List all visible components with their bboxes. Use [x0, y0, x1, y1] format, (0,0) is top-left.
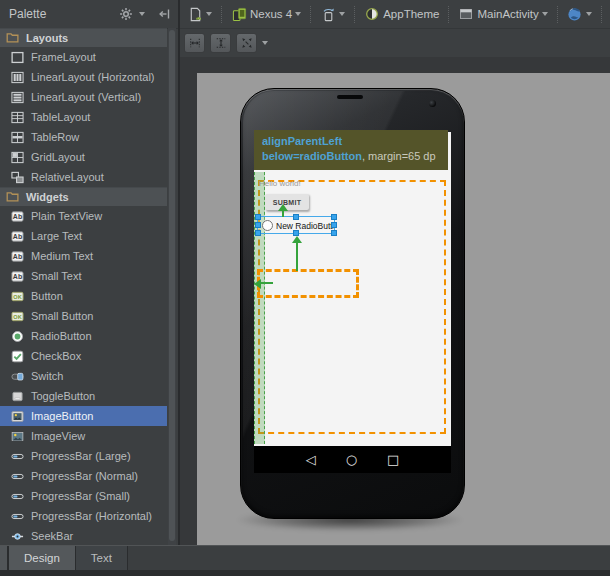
switch-icon — [10, 369, 25, 384]
resize-handle[interactable] — [255, 222, 261, 228]
palette-item-label: TableRow — [31, 131, 79, 143]
relativelayout-icon — [10, 170, 25, 185]
palette-item-label: CheckBox — [31, 350, 81, 362]
palette-item-imageview[interactable]: ImageView — [0, 426, 167, 446]
tooltip-line1: alignParentLeft — [262, 134, 440, 149]
resize-handle[interactable] — [331, 222, 337, 228]
palette-item-linearlayout-vertical[interactable]: LinearLayout (Vertical) — [0, 87, 167, 107]
section-label: Layouts — [26, 32, 68, 44]
palette-item-label: ToggleButton — [31, 390, 95, 402]
palette-item-framelayout[interactable]: FrameLayout — [0, 47, 167, 67]
tab-strip-stub — [0, 546, 9, 570]
palette-item-imagebutton[interactable]: ImageButton — [0, 406, 167, 426]
constraint-arrow-line — [282, 210, 284, 217]
tab-text-label: Text — [91, 552, 112, 564]
footer-strip — [0, 570, 610, 576]
radiobutton-selection[interactable]: New RadioButton — [257, 216, 335, 234]
chevron-down-icon — [339, 12, 345, 16]
palette-item-seekbar[interactable]: SeekBar — [0, 526, 167, 545]
palette-item-label: Small Button — [31, 310, 93, 322]
zoom-to-fit-button[interactable] — [236, 33, 257, 53]
palette-item-small-button[interactable]: OKSmall Button — [0, 306, 167, 326]
palette-item-togglebutton[interactable]: ToggleButton — [0, 386, 167, 406]
palette-item-progressbar-horizontal[interactable]: ProgressBar (Horizontal) — [0, 506, 167, 526]
palette-item-gridlayout[interactable]: GridLayout — [0, 147, 167, 167]
palette-item-small-text[interactable]: AbSmall Text — [0, 266, 167, 286]
svg-text:Ab: Ab — [13, 273, 22, 280]
speaker-slot — [337, 95, 363, 99]
palette-panel: Palette LayoutsFrameLayoutLinearLayout (… — [0, 0, 180, 545]
device-screen[interactable]: Hello world! SUBMIT New RadioButton — [254, 132, 451, 446]
palette-item-checkbox[interactable]: CheckBox — [0, 346, 167, 366]
palette-item-tablelayout[interactable]: TableLayout — [0, 107, 167, 127]
back-button-icon: ◁ — [306, 453, 316, 466]
resize-handle[interactable] — [255, 214, 261, 220]
chevron-down-icon — [542, 12, 548, 16]
palette-item-label: Medium Text — [31, 250, 93, 262]
minimize-panel-icon[interactable] — [156, 6, 172, 22]
chevron-down-icon — [206, 12, 212, 16]
gear-icon[interactable] — [118, 6, 134, 22]
zoom-fit-height-button[interactable] — [210, 33, 231, 53]
button-icon: OK — [10, 309, 25, 324]
palette-item-large-text[interactable]: AbLarge Text — [0, 226, 167, 246]
scrollbar-thumb[interactable] — [169, 30, 175, 541]
text-icon: Ab — [10, 269, 25, 284]
palette-item-label: ProgressBar (Horizontal) — [31, 510, 152, 522]
palette-item-medium-text[interactable]: AbMedium Text — [0, 246, 167, 266]
imageview-icon — [10, 429, 25, 444]
palette-item-progressbar-small[interactable]: ProgressBar (Small) — [0, 486, 167, 506]
folder-icon — [6, 190, 20, 204]
globe-icon — [567, 6, 583, 22]
activity-label: MainActivity — [477, 8, 538, 20]
seekbar-icon — [10, 529, 25, 544]
button-icon: OK — [10, 289, 25, 304]
palette-section-widgets[interactable]: Widgets — [0, 187, 167, 206]
palette-item-label: ImageView — [31, 430, 85, 442]
chevron-down-icon[interactable] — [139, 12, 145, 16]
rotate-device-icon — [320, 6, 336, 22]
orientation-selector[interactable] — [317, 4, 348, 24]
radiobutton-label: New RadioButton — [276, 221, 334, 231]
palette-item-label: RelativeLayout — [31, 171, 104, 183]
progressbar-icon — [10, 449, 25, 464]
palette-item-plain-textview[interactable]: AbPlain TextView — [0, 206, 167, 226]
palette-item-label: ProgressBar (Small) — [31, 490, 130, 502]
palette-item-button[interactable]: OKButton — [0, 286, 167, 306]
palette-item-progressbar-normal[interactable]: ProgressBar (Normal) — [0, 466, 167, 486]
palette-section-layouts[interactable]: Layouts — [0, 28, 167, 47]
device-selector[interactable]: Nexus 4 — [228, 4, 304, 24]
tab-text[interactable]: Text — [76, 546, 128, 570]
designer-toolbar: Nexus 4 AppTheme — [180, 0, 610, 29]
palette-item-label: ProgressBar (Normal) — [31, 470, 138, 482]
palette-item-progressbar-large[interactable]: ProgressBar (Large) — [0, 446, 167, 466]
textview-hello-world[interactable]: Hello world! — [259, 179, 301, 188]
palette-item-tablerow[interactable]: TableRow — [0, 127, 167, 147]
palette-item-label: SeekBar — [31, 530, 73, 542]
palette-item-relativelayout[interactable]: RelativeLayout — [0, 167, 167, 187]
activity-window-icon — [458, 6, 474, 22]
tab-design[interactable]: Design — [9, 546, 76, 570]
palette-item-radiobutton[interactable]: RadioButton — [0, 326, 167, 346]
theme-selector[interactable]: AppTheme — [361, 4, 442, 24]
resize-handle[interactable] — [293, 214, 299, 220]
theme-label: AppTheme — [383, 8, 439, 20]
resize-handle[interactable] — [255, 230, 261, 236]
constraint-arrow-line — [260, 282, 273, 284]
nav-bar: ◁ ○ □ — [254, 446, 451, 473]
palette-scrollbar[interactable] — [168, 28, 176, 545]
palette-item-label: Plain TextView — [31, 210, 102, 222]
render-options-button[interactable] — [184, 4, 215, 24]
palette-item-linearlayout-horizontal[interactable]: LinearLayout (Horizontal) — [0, 67, 167, 87]
resize-handle[interactable] — [331, 214, 337, 220]
chevron-down-icon — [586, 12, 592, 16]
activity-selector[interactable]: MainActivity — [455, 4, 550, 24]
palette-header: Palette — [0, 0, 178, 29]
locale-selector[interactable] — [564, 4, 595, 24]
design-surface: Hello world! SUBMIT New RadioButton — [180, 57, 610, 545]
palette-item-switch[interactable]: Switch — [0, 366, 167, 386]
canvas[interactable]: Hello world! SUBMIT New RadioButton — [197, 73, 610, 545]
chevron-down-icon[interactable] — [262, 41, 268, 45]
zoom-fit-width-button[interactable] — [184, 33, 205, 53]
resize-handle[interactable] — [331, 230, 337, 236]
